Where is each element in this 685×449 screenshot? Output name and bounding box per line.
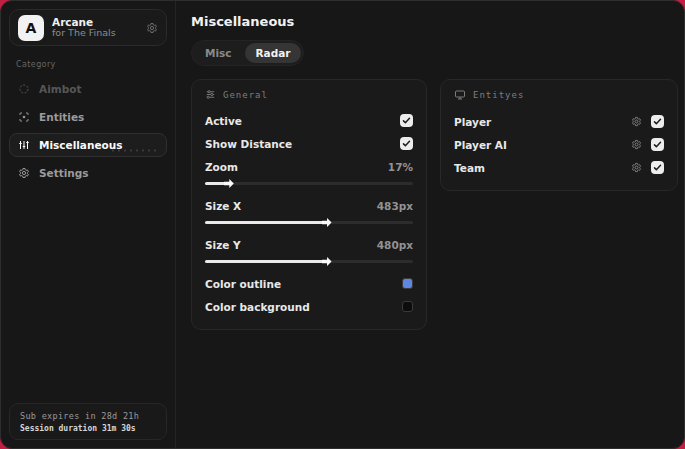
- slider-thumb[interactable]: [322, 257, 332, 266]
- profile-card: A Arcane for The Finals: [9, 9, 167, 46]
- session-duration-text: Session duration 31m 30s: [20, 424, 156, 433]
- entity-checkbox[interactable]: [651, 161, 664, 174]
- slider-thumb[interactable]: [224, 179, 234, 188]
- slider-thumb[interactable]: [322, 218, 332, 227]
- gear-icon[interactable]: [631, 116, 642, 127]
- size-y-row: Size Y 480px: [205, 234, 413, 255]
- general-panel-header: General: [205, 89, 413, 100]
- entities-panel: Entityes Player: [440, 79, 678, 191]
- size-y-slider-group: Size Y 480px: [205, 234, 413, 266]
- entities-panel-title: Entityes: [473, 90, 524, 100]
- show-distance-checkbox[interactable]: [400, 137, 413, 150]
- zoom-slider-group: Zoom 17%: [205, 156, 413, 188]
- size-y-slider[interactable]: [205, 257, 413, 266]
- panels-row: General Active Show Distance Z: [191, 79, 678, 330]
- size-x-row: Size X 483px: [205, 195, 413, 216]
- zoom-value: 17%: [388, 161, 413, 173]
- entity-controls: [631, 138, 664, 151]
- size-y-label: Size Y: [205, 239, 241, 251]
- size-y-value: 480px: [377, 239, 413, 251]
- entity-row-team: Team: [454, 157, 664, 178]
- color-outline-label: Color outline: [205, 278, 281, 290]
- zoom-row: Zoom 17%: [205, 156, 413, 177]
- sidebar-item-settings[interactable]: Settings: [9, 161, 167, 185]
- zoom-label: Zoom: [205, 161, 238, 173]
- size-x-slider[interactable]: [205, 218, 413, 227]
- color-outline-row: Color outline: [205, 273, 413, 294]
- entity-row-player: Player: [454, 111, 664, 132]
- sidebar-item-label: Entities: [39, 111, 84, 123]
- entity-row-player-ai: Player AI: [454, 134, 664, 155]
- profile-text: Arcane for The Finals: [52, 16, 138, 39]
- slider-fill: [205, 182, 226, 185]
- color-background-label: Color background: [205, 301, 310, 313]
- sub-expiry-text: Sub expires in 28d 21h: [20, 411, 156, 421]
- entity-label: Player AI: [454, 139, 507, 151]
- show-distance-row: Show Distance: [205, 133, 413, 154]
- sidebar-item-label: Settings: [39, 167, 89, 179]
- crosshair-icon: [18, 83, 30, 95]
- color-outline-swatch[interactable]: [402, 278, 413, 289]
- sidebar-nav: Aimbot Entities Miscel: [9, 77, 167, 185]
- main-content: Miscellaneous Misc Radar Gene: [176, 1, 685, 448]
- monitor-icon: [454, 89, 466, 101]
- entity-controls: [631, 161, 664, 174]
- size-x-value: 483px: [377, 200, 413, 212]
- sidebar-item-aimbot[interactable]: Aimbot: [9, 77, 167, 101]
- entity-checkbox[interactable]: [651, 115, 664, 128]
- tab-misc[interactable]: Misc: [194, 43, 243, 63]
- gear-icon[interactable]: [631, 162, 642, 173]
- slider-fill: [205, 221, 324, 224]
- app-window: A Arcane for The Finals Category: [0, 0, 685, 449]
- entity-checkbox[interactable]: [651, 138, 664, 151]
- slider-fill: [205, 260, 324, 263]
- tab-group: Misc Radar: [191, 40, 304, 66]
- active-row: Active: [205, 110, 413, 131]
- sidebar-item-entities[interactable]: Entities: [9, 105, 167, 129]
- general-panel: General Active Show Distance Z: [191, 79, 427, 330]
- sidebar-item-label: Aimbot: [39, 83, 81, 95]
- tab-radar[interactable]: Radar: [245, 43, 302, 63]
- zoom-slider[interactable]: [205, 179, 413, 188]
- gear-icon: [18, 167, 30, 179]
- color-background-row: Color background: [205, 296, 413, 317]
- sidebar-item-miscellaneous[interactable]: Miscellaneous: [9, 133, 167, 157]
- sliders-icon: [205, 89, 216, 100]
- entity-controls: [631, 115, 664, 128]
- entities-icon: [18, 111, 30, 123]
- slider-track: [205, 182, 413, 185]
- sidebar-item-label: Miscellaneous: [39, 139, 122, 151]
- color-background-swatch[interactable]: [402, 301, 413, 312]
- active-checkbox[interactable]: [400, 114, 413, 127]
- entity-label: Team: [454, 162, 485, 174]
- gear-icon[interactable]: [146, 22, 158, 34]
- size-x-label: Size X: [205, 200, 241, 212]
- size-x-slider-group: Size X 483px: [205, 195, 413, 227]
- entity-label: Player: [454, 116, 491, 128]
- page-title: Miscellaneous: [191, 14, 678, 29]
- entities-panel-header: Entityes: [454, 89, 664, 101]
- avatar: A: [18, 15, 44, 41]
- app-subtitle: for The Finals: [52, 28, 138, 39]
- active-label: Active: [205, 115, 242, 127]
- subscription-box: Sub expires in 28d 21h Session duration …: [9, 403, 167, 440]
- general-panel-title: General: [223, 90, 268, 100]
- sliders-icon: [18, 139, 30, 151]
- gear-icon[interactable]: [631, 139, 642, 150]
- sidebar: A Arcane for The Finals Category: [1, 1, 176, 448]
- category-label: Category: [16, 60, 167, 69]
- show-distance-label: Show Distance: [205, 138, 292, 150]
